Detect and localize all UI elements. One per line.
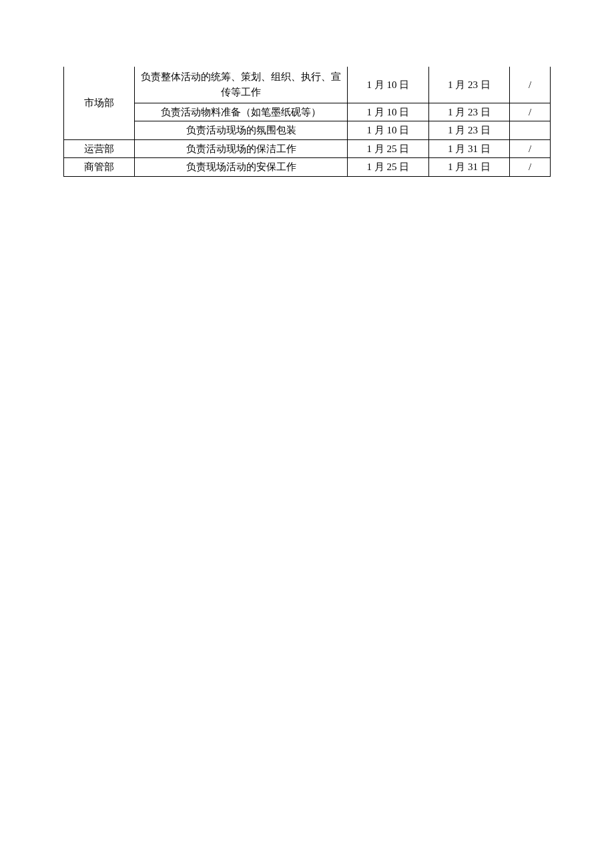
start-date-cell: 1 月 10 日 — [348, 103, 428, 121]
remark-cell — [510, 121, 551, 140]
end-date-cell: 1 月 23 日 — [428, 121, 509, 140]
table-body: 市场部 负责整体活动的统筹、策划、组织、执行、宣传等工作 1 月 10 日 1 … — [64, 67, 551, 176]
dept-cell: 商管部 — [64, 158, 135, 177]
table-row: 负责活动物料准备（如笔墨纸砚等） 1 月 10 日 1 月 23 日 / — [64, 103, 551, 121]
remark-cell: / — [510, 67, 551, 103]
start-date-cell: 1 月 10 日 — [348, 121, 428, 140]
task-cell: 负责现场活动的安保工作 — [135, 158, 348, 177]
schedule-table: 市场部 负责整体活动的统筹、策划、组织、执行、宣传等工作 1 月 10 日 1 … — [63, 67, 551, 177]
start-date-cell: 1 月 25 日 — [348, 158, 428, 177]
table-row: 运营部 负责活动现场的保洁工作 1 月 25 日 1 月 31 日 / — [64, 139, 551, 158]
task-cell: 负责活动现场的保洁工作 — [135, 139, 348, 158]
start-date-cell: 1 月 10 日 — [348, 67, 428, 103]
remark-cell: / — [510, 158, 551, 177]
end-date-cell: 1 月 23 日 — [428, 67, 509, 103]
remark-cell: / — [510, 139, 551, 158]
dept-cell: 运营部 — [64, 139, 135, 158]
remark-cell: / — [510, 103, 551, 121]
end-date-cell: 1 月 31 日 — [428, 139, 509, 158]
end-date-cell: 1 月 31 日 — [428, 158, 509, 177]
task-cell: 负责活动现场的氛围包装 — [135, 121, 348, 140]
start-date-cell: 1 月 25 日 — [348, 139, 428, 158]
table-row: 负责活动现场的氛围包装 1 月 10 日 1 月 23 日 — [64, 121, 551, 140]
end-date-cell: 1 月 23 日 — [428, 103, 509, 121]
table-row: 商管部 负责现场活动的安保工作 1 月 25 日 1 月 31 日 / — [64, 158, 551, 177]
task-cell: 负责活动物料准备（如笔墨纸砚等） — [135, 103, 348, 121]
dept-cell: 市场部 — [64, 67, 135, 139]
table-row: 市场部 负责整体活动的统筹、策划、组织、执行、宣传等工作 1 月 10 日 1 … — [64, 67, 551, 103]
task-cell: 负责整体活动的统筹、策划、组织、执行、宣传等工作 — [135, 67, 348, 103]
